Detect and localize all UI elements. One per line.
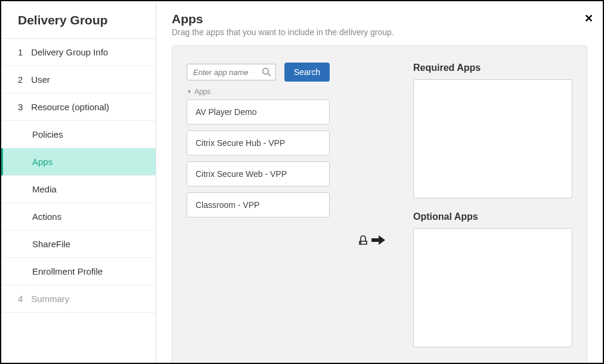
page-description: Drag the apps that you want to include i… [172, 27, 587, 37]
close-button[interactable]: ✕ [580, 10, 598, 27]
nav-sub-sharefile[interactable]: ShareFile [1, 231, 156, 258]
app-item[interactable]: AV Player Demo [187, 99, 330, 125]
app-item[interactable]: Classroom - VPP [187, 192, 330, 217]
search-input[interactable] [193, 68, 261, 77]
nav-sub-policies[interactable]: Policies [1, 121, 156, 148]
target-apps-column: Required Apps Optional Apps [413, 63, 572, 360]
page-title: Apps [172, 12, 587, 26]
drag-indicator-column [354, 63, 389, 360]
drag-arrow-icon [357, 120, 386, 360]
svg-line-1 [268, 73, 271, 76]
search-row: Search [187, 63, 330, 82]
app-item[interactable]: Citrix Secure Hub - VPP [187, 130, 330, 155]
sidebar: Delivery Group 1 Delivery Group Info 2 U… [1, 1, 156, 363]
nav-user[interactable]: 2 User [1, 66, 156, 94]
nav-delivery-group-info[interactable]: 1 Delivery Group Info [1, 39, 156, 66]
search-button[interactable]: Search [284, 63, 330, 82]
apps-panel: Search ▼ Apps AV Player Demo Citrix Secu… [172, 45, 587, 364]
nav-resource[interactable]: 3 Resource (optional) [1, 94, 156, 121]
apps-list-header[interactable]: ▼ Apps [187, 88, 330, 96]
close-icon: ✕ [584, 13, 593, 24]
required-apps-dropzone[interactable] [413, 79, 572, 198]
nav-sub-actions[interactable]: Actions [1, 203, 156, 231]
collapse-icon: ▼ [187, 89, 192, 95]
svg-point-0 [262, 69, 268, 74]
app-item[interactable]: Citrix Secure Web - VPP [187, 161, 330, 186]
nav-sub-enrollment-profile[interactable]: Enrollment Profile [1, 258, 156, 285]
nav-summary[interactable]: 4 Summary [1, 285, 156, 313]
required-apps-label: Required Apps [413, 63, 572, 73]
nav-sub-apps[interactable]: Apps [1, 148, 156, 176]
available-apps-column: Search ▼ Apps AV Player Demo Citrix Secu… [187, 63, 330, 360]
nav-sub-media[interactable]: Media [1, 176, 156, 203]
main-content: ✕ Apps Drag the apps that you want to in… [156, 1, 603, 363]
optional-apps-dropzone[interactable] [413, 228, 572, 347]
sidebar-title: Delivery Group [1, 1, 156, 39]
optional-apps-label: Optional Apps [413, 211, 572, 222]
search-box [187, 64, 276, 80]
search-icon [261, 67, 272, 77]
